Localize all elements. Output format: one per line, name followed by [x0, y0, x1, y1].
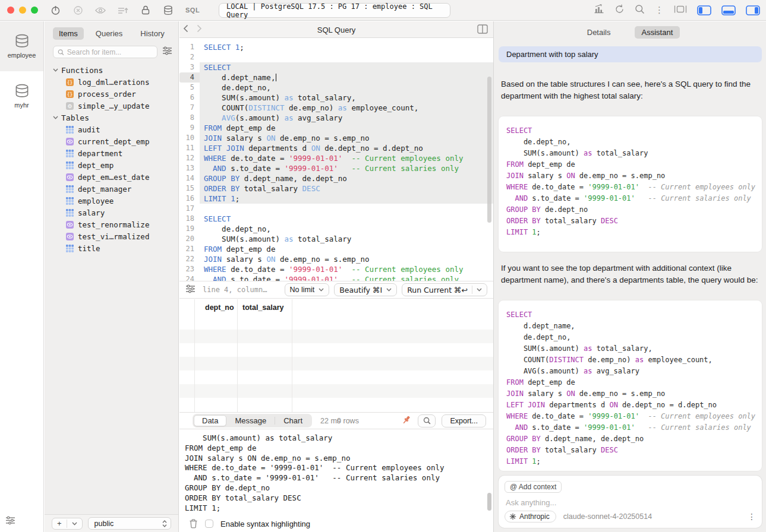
result-row[interactable]	[179, 330, 493, 343]
result-row[interactable]	[179, 398, 493, 411]
editor-line[interactable]: 3SELECT	[179, 62, 493, 72]
table-item-audit[interactable]: audit	[53, 124, 178, 135]
add-chevron-icon[interactable]	[67, 522, 82, 525]
table-item-dept-emp[interactable]: dept_emp	[53, 159, 178, 171]
tab-queries[interactable]: Queries	[90, 27, 129, 40]
toggle-left-panel-button[interactable]	[697, 5, 711, 15]
column-header-total-salary[interactable]: total_salary	[242, 303, 283, 312]
more-menu-icon[interactable]: ⋮	[655, 6, 664, 15]
editor-line[interactable]: 18SELECT	[179, 214, 493, 224]
preview-eye-icon[interactable]	[95, 5, 106, 15]
column-divider[interactable]	[237, 299, 238, 412]
column-header-dept-no[interactable]: dept_no	[205, 303, 234, 312]
export-button[interactable]: Export...	[442, 414, 486, 428]
connection-myhr[interactable]: myhr	[0, 71, 43, 121]
editor-scrollbar[interactable]	[487, 77, 491, 223]
editor-line[interactable]: 20 SUM(s.amount) as total_salary	[179, 234, 493, 244]
search-icon[interactable]	[635, 4, 645, 17]
editor-line[interactable]: 21FROM dept_emp de	[179, 244, 493, 254]
tab-details[interactable]: Details	[580, 26, 618, 39]
editor-line[interactable]: 4 d.dept_name,	[179, 72, 493, 83]
editor-line[interactable]: 1SELECT 1;	[179, 42, 493, 52]
column-divider[interactable]	[292, 299, 292, 412]
add-context-chip[interactable]: @ Add context	[505, 481, 562, 493]
commit-list-icon[interactable]	[118, 5, 128, 15]
result-row[interactable]	[179, 357, 493, 370]
tab-items[interactable]: Items	[53, 27, 84, 40]
sidebar-search[interactable]	[53, 46, 157, 58]
editor-line[interactable]: 16LIMIT 1;	[179, 194, 493, 204]
minimize-button[interactable]	[19, 7, 26, 14]
pin-icon[interactable]	[401, 414, 412, 428]
result-row[interactable]	[179, 343, 493, 357]
editor-line[interactable]: 17	[179, 204, 493, 214]
syntax-highlighting-checkbox[interactable]	[205, 520, 213, 528]
close-button[interactable]	[7, 7, 14, 14]
window-layout-icon[interactable]	[674, 5, 687, 16]
add-item-button[interactable]: +	[52, 518, 83, 530]
result-row[interactable]	[179, 316, 493, 330]
editor-line[interactable]: 2	[179, 52, 493, 62]
table-item-dept-em-est-date[interactable]: dept_em…est_date	[53, 171, 178, 183]
editor-line[interactable]: 13 AND s.to_date = '9999-01-01' -- Curre…	[179, 163, 493, 173]
tree-section-tables[interactable]: Tables	[53, 112, 178, 124]
chart-icon[interactable]	[594, 4, 604, 16]
tree-section-functions[interactable]: Functions	[53, 64, 178, 76]
split-editor-icon[interactable]	[477, 24, 488, 36]
search-input[interactable]	[67, 48, 153, 56]
cancel-query-icon[interactable]	[72, 5, 83, 15]
add-label[interactable]: +	[52, 519, 67, 528]
limit-dropdown[interactable]: No limit	[285, 283, 330, 296]
editor-line[interactable]: 10JOIN salary s ON de.emp_no = s.emp_no	[179, 133, 493, 143]
editor-line[interactable]: 12WHERE de.to_date = '9999-01-01' -- Cur…	[179, 153, 493, 163]
sql-editor[interactable]: 1SELECT 1;23SELECT4 d.dept_name,5 de.dep…	[179, 39, 493, 281]
chevron-down-icon[interactable]	[477, 288, 482, 292]
message-panel[interactable]: SUM(s.amount) as total_salaryFROM dept_e…	[179, 430, 493, 515]
zoom-button[interactable]	[31, 7, 38, 14]
table-item-test-renormalize[interactable]: test_renormalize	[53, 218, 178, 230]
editor-line[interactable]: 6 SUM(s.amount) as total_salary,	[179, 93, 493, 103]
table-item-employee[interactable]: employee	[53, 195, 178, 207]
tab-history[interactable]: History	[134, 27, 170, 40]
table-item-current-dept-emp[interactable]: current_dept_emp	[53, 135, 178, 147]
refresh-icon[interactable]	[614, 4, 625, 17]
table-item-department[interactable]: department	[53, 147, 178, 159]
table-item-test-vi-rmalized[interactable]: test_vi…rmalized	[53, 230, 178, 242]
tab-assistant[interactable]: Assistant	[635, 26, 680, 39]
result-row[interactable]	[179, 384, 493, 398]
tab-chart[interactable]: Chart	[275, 415, 311, 426]
assistant-more-icon[interactable]: ⋮	[748, 512, 756, 521]
results-search-button[interactable]	[418, 414, 436, 428]
run-current-label[interactable]: Run Current ⌘↩	[407, 286, 468, 294]
connection-employee[interactable]: employee	[0, 21, 43, 71]
editor-line[interactable]: 14GROUP BY d.dept_name, de.dept_no	[179, 173, 493, 183]
editor-settings-icon[interactable]	[185, 284, 196, 296]
sidebar-filter-icon[interactable]	[162, 46, 172, 58]
editor-line[interactable]: 5 de.dept_no,	[179, 83, 493, 93]
editor-line[interactable]: 7 COUNT(DISTINCT de.emp_no) as employee_…	[179, 103, 493, 113]
lock-icon[interactable]	[140, 5, 151, 15]
editor-line[interactable]: 22JOIN salary s ON de.emp_no = s.emp_no	[179, 254, 493, 264]
editor-line[interactable]: 11LEFT JOIN departments d ON de.dept_no …	[179, 143, 493, 153]
tab-message[interactable]: Message	[226, 415, 275, 426]
editor-line[interactable]: 24 AND s.to_date = '9999-01-01' -- Curre…	[179, 274, 493, 281]
connection-pin-icon[interactable]	[50, 5, 61, 15]
run-current-dropdown[interactable]: Run Current ⌘↩	[402, 283, 487, 296]
ask-anything-input[interactable]	[506, 498, 749, 507]
editor-line[interactable]: 9FROM dept_emp de	[179, 123, 493, 133]
table-item-dept-manager[interactable]: dept_manager	[53, 183, 178, 195]
result-row[interactable]	[179, 370, 493, 384]
beautify-dropdown[interactable]: Beautify ⌘I	[334, 283, 397, 296]
table-item-salary[interactable]: salary	[53, 207, 178, 218]
user-question-banner[interactable]: Department with top salary	[499, 46, 762, 62]
toggle-right-panel-button[interactable]	[746, 5, 760, 15]
provider-chip[interactable]: Anthropic	[505, 511, 556, 522]
schema-select[interactable]: public	[88, 517, 171, 530]
database-icon[interactable]	[163, 5, 174, 15]
function-item-simple-y-update[interactable]: ⚙simple_…y_update	[53, 100, 178, 112]
toggle-bottom-panel-button[interactable]	[721, 5, 736, 15]
tab-data[interactable]: Data	[194, 415, 226, 426]
message-scrollbar[interactable]	[487, 493, 491, 511]
function-item-log-dml-erations[interactable]: {}log_dml…erations	[53, 76, 178, 88]
editor-line[interactable]: 15ORDER BY total_salary DESC	[179, 183, 493, 194]
